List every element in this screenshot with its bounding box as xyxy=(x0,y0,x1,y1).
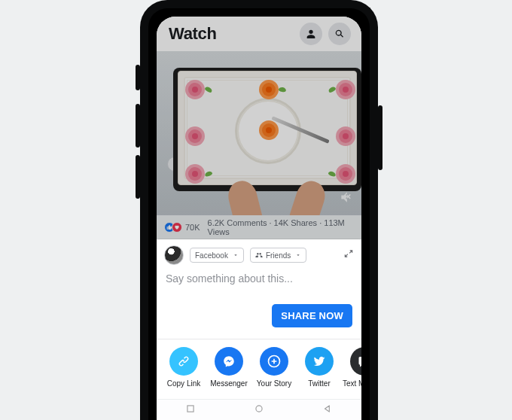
love-icon xyxy=(172,222,182,233)
share-target-text-message[interactable]: Text Message xyxy=(343,347,361,388)
compose-placeholder: Say something about this... xyxy=(166,272,293,285)
search-button[interactable] xyxy=(328,23,351,45)
share-target-label: Your Story xyxy=(252,379,296,388)
share-now-button[interactable]: SHARE NOW xyxy=(272,304,352,327)
rose-decoration xyxy=(185,126,205,146)
watch-header: Watch xyxy=(157,17,361,51)
sms-icon xyxy=(350,347,361,376)
chevron-down-icon xyxy=(233,252,239,258)
share-targets-row[interactable]: Copy Link Messenger Your Story xyxy=(157,339,361,399)
mute-icon[interactable] xyxy=(339,190,354,208)
video-stats-bar: 70K 6.2K Comments · 14K Shares · 113M Vi… xyxy=(157,215,361,239)
share-sheet: Facebook Friends Say something about thi… xyxy=(157,239,361,420)
link-icon xyxy=(169,347,198,376)
rose-decoration xyxy=(336,126,355,146)
rose-decoration xyxy=(185,80,205,99)
rose-decoration xyxy=(185,164,205,184)
audience-chip[interactable]: Friends xyxy=(250,248,306,263)
rose-decoration xyxy=(259,120,279,140)
audience-label: Friends xyxy=(266,251,291,260)
phone-power-button xyxy=(378,105,382,170)
share-sheet-header: Facebook Friends xyxy=(157,239,361,269)
rose-decoration xyxy=(336,80,355,99)
share-target-copy-link[interactable]: Copy Link xyxy=(162,347,206,388)
plus-circle-icon xyxy=(260,347,288,376)
reaction-count: 70K xyxy=(185,223,200,232)
avatar[interactable] xyxy=(164,245,184,265)
expand-icon xyxy=(343,248,354,259)
share-target-messenger[interactable]: Messenger xyxy=(207,347,251,388)
twitter-icon xyxy=(305,347,334,376)
messenger-icon xyxy=(215,347,243,376)
share-target-label: Twitter xyxy=(297,379,341,388)
nav-recent-button[interactable] xyxy=(185,403,196,417)
share-target-your-story[interactable]: Your Story xyxy=(252,347,296,388)
phone-frame: Watch xyxy=(140,0,378,420)
page-title: Watch xyxy=(169,24,217,44)
nav-back-button[interactable] xyxy=(322,403,333,417)
destination-label: Facebook xyxy=(195,251,228,260)
search-icon xyxy=(334,28,346,40)
compose-input[interactable]: Say something about this... xyxy=(157,269,361,285)
rose-decoration xyxy=(259,80,279,99)
svg-point-2 xyxy=(256,405,262,411)
rose-decoration xyxy=(336,164,355,184)
android-nav-bar xyxy=(157,399,361,420)
chevron-down-icon xyxy=(295,252,301,258)
square-icon xyxy=(185,403,196,414)
nav-home-button[interactable] xyxy=(254,403,264,417)
person-icon xyxy=(305,28,317,40)
share-target-label: Text Message xyxy=(343,379,361,388)
share-target-label: Copy Link xyxy=(162,379,206,388)
video-thumbnail[interactable] xyxy=(157,51,361,215)
triangle-back-icon xyxy=(322,403,333,414)
reactions[interactable]: 70K xyxy=(164,222,200,233)
expand-sheet-button[interactable] xyxy=(343,248,354,262)
profile-button[interactable] xyxy=(300,23,322,45)
share-target-twitter[interactable]: Twitter xyxy=(297,347,341,388)
share-target-label: Messenger xyxy=(207,379,251,388)
destination-chip[interactable]: Facebook xyxy=(190,248,244,263)
circle-icon xyxy=(254,403,264,414)
svg-rect-1 xyxy=(187,405,194,411)
phone-mockup: Watch xyxy=(140,0,378,420)
video-stats-text: 6.2K Comments · 14K Shares · 113M Views xyxy=(208,218,354,236)
screen: Watch xyxy=(157,17,361,420)
friends-icon xyxy=(255,251,263,259)
